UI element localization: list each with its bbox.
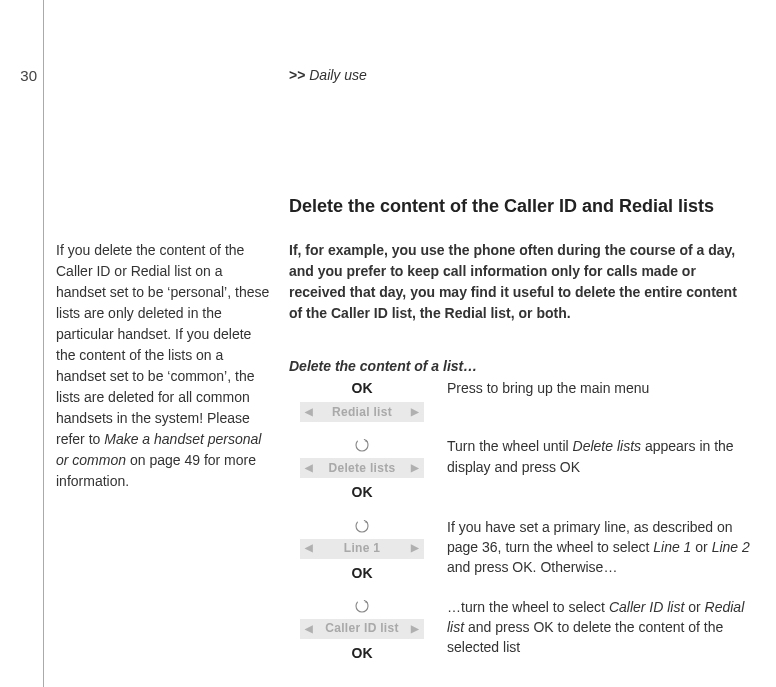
menu-pill-label: Delete lists	[318, 460, 406, 477]
right-arrow-icon: ▶	[406, 405, 424, 420]
step-row: ◀Caller ID list▶OK…turn the wheel to sel…	[289, 597, 759, 663]
running-head-title: Daily use	[309, 67, 367, 83]
step-desc-text: or	[684, 599, 704, 615]
step-desc-text: and press OK. Otherwise…	[447, 559, 617, 575]
left-arrow-icon: ◀	[300, 541, 318, 556]
right-arrow-icon: ▶	[406, 622, 424, 637]
step-description: …turn the wheel to select Caller ID list…	[435, 597, 759, 658]
subheading: Delete the content of a list…	[289, 356, 477, 376]
menu-pill[interactable]: ◀Caller ID list▶	[300, 619, 424, 639]
right-arrow-icon: ▶	[406, 541, 424, 556]
running-head: >> Daily use	[289, 65, 367, 85]
left-arrow-icon: ◀	[300, 405, 318, 420]
menu-pill[interactable]: ◀Line 1▶	[300, 539, 424, 559]
step-desc-em: Caller ID list	[609, 599, 684, 615]
step-desc-text: or	[691, 539, 711, 555]
step-desc-text: Turn the wheel until	[447, 438, 573, 454]
step-buttons: ◀Caller ID list▶OK	[289, 597, 435, 663]
step-desc-em: Line 1	[653, 539, 691, 555]
step-buttons: OK◀Redial list▶	[289, 378, 435, 422]
wheel-icon	[353, 517, 371, 535]
step-row: OK◀Redial list▶Press to bring up the mai…	[289, 378, 759, 422]
side-note-part1: If you delete the content of the Caller …	[56, 242, 269, 447]
step-buttons: ◀Delete lists▶OK	[289, 436, 435, 502]
step-description: Turn the wheel until Delete lists appear…	[435, 436, 759, 477]
step-description: Press to bring up the main menu	[435, 378, 759, 398]
intro-paragraph: If, for example, you use the phone often…	[289, 240, 749, 324]
step-row: ◀Line 1▶OKIf you have set a primary line…	[289, 517, 759, 583]
right-arrow-icon: ▶	[406, 461, 424, 476]
step-row: ◀Delete lists▶OKTurn the wheel until Del…	[289, 436, 759, 502]
ok-button[interactable]: OK	[352, 378, 373, 398]
step-desc-text: and press OK to delete the content of th…	[447, 619, 723, 655]
step-buttons: ◀Line 1▶OK	[289, 517, 435, 583]
wheel-icon	[353, 436, 371, 454]
section-heading: Delete the content of the Caller ID and …	[289, 193, 714, 219]
step-desc-em: Delete lists	[573, 438, 641, 454]
step-description: If you have set a primary line, as descr…	[435, 517, 759, 578]
menu-pill-label: Line 1	[318, 540, 406, 557]
steps-list: OK◀Redial list▶Press to bring up the mai…	[289, 378, 759, 677]
running-head-chev: >>	[289, 67, 305, 83]
wheel-icon	[353, 597, 371, 615]
left-arrow-icon: ◀	[300, 622, 318, 637]
menu-pill[interactable]: ◀Delete lists▶	[300, 458, 424, 478]
step-desc-text: …turn the wheel to select	[447, 599, 609, 615]
menu-pill[interactable]: ◀Redial list▶	[300, 402, 424, 422]
menu-pill-label: Caller ID list	[318, 620, 406, 637]
menu-pill-label: Redial list	[318, 404, 406, 421]
page: 30 >> Daily use Delete the content of th…	[0, 0, 776, 687]
ok-button[interactable]: OK	[352, 482, 373, 502]
page-number: 30	[5, 65, 37, 87]
left-arrow-icon: ◀	[300, 461, 318, 476]
ok-button[interactable]: OK	[352, 643, 373, 663]
side-note: If you delete the content of the Caller …	[56, 240, 274, 492]
ok-button[interactable]: OK	[352, 563, 373, 583]
step-desc-em: Line 2	[712, 539, 750, 555]
step-desc-text: Press to bring up the main menu	[447, 380, 649, 396]
gutter-rule	[43, 0, 44, 687]
